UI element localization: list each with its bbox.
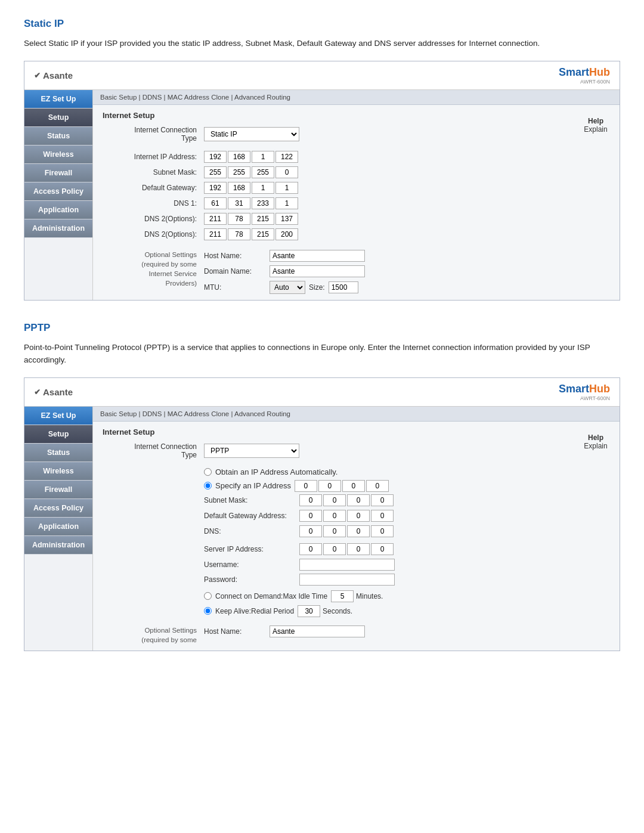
- dns2a-field-3-static[interactable]: [252, 213, 274, 225]
- smart-label-static: Smart: [559, 66, 589, 78]
- ip-field-4-static[interactable]: [275, 151, 298, 163]
- sidebar-item-admin-pptp[interactable]: Administration: [24, 536, 92, 555]
- sidebar-item-wireless-pptp[interactable]: Wireless: [24, 462, 92, 481]
- subnet-field-4-static[interactable]: [275, 166, 298, 178]
- sidebar-item-setup-static[interactable]: Setup: [24, 109, 92, 127]
- username-label-pptp: Username:: [204, 561, 299, 569]
- optional-block-pptp: Optional Settings(required by some Host …: [103, 625, 562, 645]
- subnet-field-1-static[interactable]: [204, 166, 227, 178]
- keep-alive-row-pptp: Keep Alive:Redial Period Seconds.: [204, 605, 562, 617]
- sidebar-static: EZ Set Up Setup Status Wireless Firewall…: [24, 90, 93, 300]
- gateway-field-3-static[interactable]: [252, 182, 274, 194]
- dns1-field-1-static[interactable]: [204, 197, 227, 209]
- gateway-1-pptp[interactable]: [299, 510, 322, 522]
- gateway-field-2-static[interactable]: [228, 182, 250, 194]
- dns2b-field-3-static[interactable]: [252, 228, 274, 240]
- subnet-field-2-static[interactable]: [228, 166, 250, 178]
- dns1-field-2-static[interactable]: [228, 197, 250, 209]
- gateway-3-pptp[interactable]: [347, 510, 370, 522]
- dns-3-pptp[interactable]: [347, 525, 370, 537]
- dns-2-pptp[interactable]: [323, 525, 346, 537]
- conn-type-select-static[interactable]: Static IP: [204, 127, 299, 141]
- domain-name-input-static[interactable]: [270, 265, 365, 277]
- asante-checkmark-icon-pptp: ✔: [34, 388, 41, 397]
- optional-fields-pptp: Host Name:: [204, 625, 562, 645]
- gateway-4-pptp[interactable]: [371, 510, 394, 522]
- dns2b-field-1-static[interactable]: [204, 228, 227, 240]
- sidebar-item-wireless-static[interactable]: Wireless: [24, 145, 92, 164]
- conn-type-row-static: Internet ConnectionType Static IP: [103, 126, 562, 143]
- radio-specify-pptp[interactable]: [204, 482, 212, 490]
- sidebar-item-ezsetup-static[interactable]: EZ Set Up: [24, 90, 92, 109]
- specify-ip-4-pptp[interactable]: [366, 480, 389, 492]
- mtu-select-static[interactable]: Auto: [270, 281, 305, 294]
- dns-1-pptp[interactable]: [299, 525, 322, 537]
- subnet-fields-pptp: [299, 494, 394, 506]
- domain-name-row-static: Domain Name:: [204, 265, 562, 277]
- dns-4-pptp[interactable]: [371, 525, 394, 537]
- sidebar-item-status-pptp[interactable]: Status: [24, 444, 92, 462]
- dns2a-field-1-static[interactable]: [204, 213, 227, 225]
- sidebar-item-status-static[interactable]: Status: [24, 127, 92, 145]
- sidebar-item-application-static[interactable]: Application: [24, 201, 92, 219]
- conn-type-select-pptp[interactable]: PPTP: [204, 444, 299, 458]
- optional-block-static: Optional Settings(required by someIntern…: [103, 250, 562, 294]
- dns2a-field-2-static[interactable]: [228, 213, 250, 225]
- gateway-2-pptp[interactable]: [323, 510, 346, 522]
- host-name-input-pptp[interactable]: [270, 625, 365, 637]
- pptp-description: Point-to-Point Tunneling Protocol (PPTP)…: [24, 341, 620, 367]
- radio-keep-alive-pptp[interactable]: [204, 607, 212, 615]
- brand-smarthub-static: SmartHub AWRT-600N: [559, 66, 610, 85]
- optional-label-static: Optional Settings(required by someIntern…: [103, 250, 204, 294]
- password-input-pptp[interactable]: [299, 574, 395, 586]
- dns2a-field-4-static[interactable]: [275, 213, 298, 225]
- specify-ip-2-pptp[interactable]: [318, 480, 341, 492]
- gateway-row-pptp: Default Gateway Address:: [204, 510, 562, 522]
- gateway-field-1-static[interactable]: [204, 182, 227, 194]
- sidebar-item-setup-pptp[interactable]: Setup: [24, 425, 92, 444]
- ip-field-1-static[interactable]: [204, 151, 227, 163]
- sidebar-item-firewall-pptp[interactable]: Firewall: [24, 481, 92, 499]
- server-ip-3-pptp[interactable]: [347, 543, 370, 555]
- radio-auto-pptp[interactable]: [204, 468, 212, 476]
- content-wrapper-static: Internet Setup Internet ConnectionType S…: [93, 105, 620, 300]
- keep-alive-input-pptp[interactable]: [298, 605, 320, 617]
- radio-auto-label-pptp: Obtain an IP Address Automatically.: [215, 467, 338, 476]
- mtu-size-input-static[interactable]: [329, 281, 358, 293]
- conn-type-label-static: Internet ConnectionType: [103, 126, 204, 143]
- ip-field-2-static[interactable]: [228, 151, 250, 163]
- gateway-field-4-static[interactable]: [275, 182, 298, 194]
- server-ip-1-pptp[interactable]: [299, 543, 322, 555]
- username-input-pptp[interactable]: [299, 559, 395, 571]
- conn-type-row-pptp: Internet ConnectionType PPTP: [103, 442, 562, 459]
- dns1-field-4-static[interactable]: [275, 197, 298, 209]
- sidebar-item-admin-static[interactable]: Administration: [24, 219, 92, 238]
- gateway-label-pptp: Default Gateway Address:: [204, 512, 299, 520]
- dns2a-label-static: DNS 2(Options):: [103, 215, 204, 223]
- radio-specify-label-pptp: Specify an IP Address: [215, 481, 291, 490]
- demand-time-input-pptp[interactable]: [331, 590, 354, 602]
- dns2b-field-4-static[interactable]: [275, 228, 298, 240]
- sidebar-item-access-pptp[interactable]: Access Policy: [24, 499, 92, 518]
- subnet-field-3-static[interactable]: [252, 166, 274, 178]
- subnet-1-pptp[interactable]: [299, 494, 322, 506]
- dns1-field-3-static[interactable]: [252, 197, 274, 209]
- subnet-4-pptp[interactable]: [371, 494, 394, 506]
- subnet-3-pptp[interactable]: [347, 494, 370, 506]
- sidebar-item-firewall-static[interactable]: Firewall: [24, 164, 92, 182]
- radio-connect-demand-pptp[interactable]: [204, 592, 212, 600]
- host-name-input-static[interactable]: [270, 250, 365, 262]
- sidebar-item-ezsetup-pptp[interactable]: EZ Set Up: [24, 407, 92, 425]
- sidebar-item-application-pptp[interactable]: Application: [24, 518, 92, 536]
- gateway-row-static: Default Gateway:: [103, 182, 562, 194]
- specify-ip-1-pptp[interactable]: [295, 480, 317, 492]
- specify-ip-3-pptp[interactable]: [342, 480, 365, 492]
- ip-field-3-static[interactable]: [252, 151, 274, 163]
- dns2b-field-2-static[interactable]: [228, 228, 250, 240]
- subnet-2-pptp[interactable]: [323, 494, 346, 506]
- dns1-row-static: DNS 1:: [103, 197, 562, 209]
- sidebar-item-access-static[interactable]: Access Policy: [24, 182, 92, 201]
- server-ip-2-pptp[interactable]: [323, 543, 346, 555]
- radio-specify-container: Specify an IP Address: [204, 480, 562, 492]
- server-ip-4-pptp[interactable]: [371, 543, 394, 555]
